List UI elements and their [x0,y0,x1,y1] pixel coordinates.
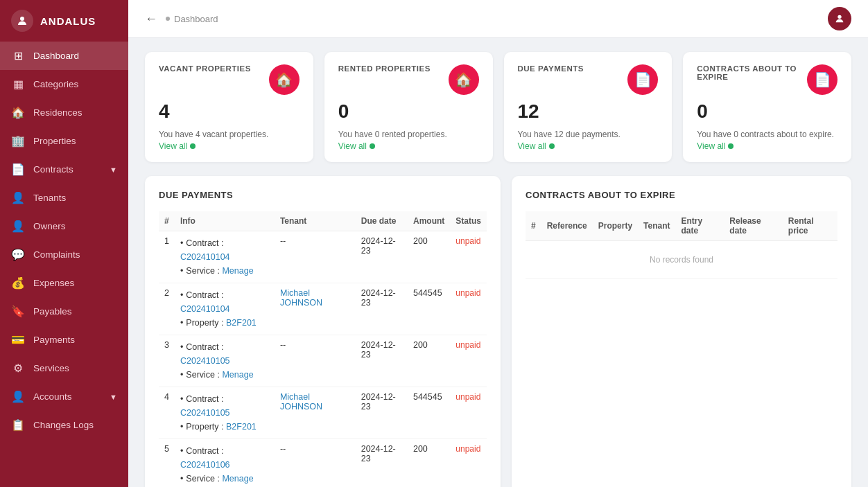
sidebar-item-properties[interactable]: 🏢 Properties [0,127,128,155]
no-data-message: No records found [526,241,837,279]
stat-card-title-due-payments: DUE PAYMENTS [518,64,584,73]
topbar: ← Dashboard [128,0,868,38]
sidebar-icon-dashboard: ⊞ [11,49,25,62]
sidebar-item-payments[interactable]: 💳 Payments [0,326,128,354]
type-link[interactable]: B2F201 [226,318,257,328]
table-row: 5 •Contract : C202410106 •Service : Mena… [159,439,487,488]
stat-card-header-contracts-expire: CONTRACTS ABOUT TO EXPIRE 📄 [697,64,837,95]
sidebar-icon-tenants: 👤 [11,191,25,204]
stat-card-icon-rented-properties: 🏠 [449,64,479,95]
row-due-date: 2024-12-23 [356,439,408,488]
svg-point-1 [837,15,841,19]
contract-link[interactable]: C202410104 [180,252,230,262]
contract-link[interactable]: C202410105 [180,408,230,418]
app-logo: ANDALUS [0,0,128,42]
type-link[interactable]: Menage [222,370,253,380]
contract-col-#: # [526,211,541,241]
breadcrumb: Dashboard [166,14,218,24]
row-info: •Contract : C202410104 •Property : B2F20… [175,283,275,335]
contracts-expire-table: #ReferencePropertyTenantEntry dateReleas… [526,211,837,279]
due-col-due-date: Due date [356,211,408,231]
view-all-link-rented-properties[interactable]: View all [338,141,367,151]
sidebar-item-categories[interactable]: ▦ Categories [0,70,128,98]
stat-card-footer-contracts-expire: You have 0 contracts about to expire. Vi… [697,130,837,151]
sidebar-item-services[interactable]: ⚙ Services [0,354,128,382]
row-amount: 544545 [408,283,450,335]
sidebar-label-accounts: Accounts [33,391,72,402]
sidebar-label-residences: Residences [33,107,83,118]
due-col-tenant: Tenant [275,211,356,231]
sidebar-icon-changes-logs: 📋 [11,418,25,432]
arrow-icon-contracts: ▼ [110,166,117,174]
sidebar-item-residences[interactable]: 🏠 Residences [0,98,128,127]
contracts-expire-title: CONTRACTS ABOUT TO EXPIRE [526,190,837,200]
stat-card-icon-due-payments: 📄 [627,64,658,95]
view-all-link-contracts-expire[interactable]: View all [697,141,725,151]
sidebar-label-services: Services [33,363,69,373]
contract-link[interactable]: C202410106 [180,460,230,470]
type-link[interactable]: B2F201 [226,422,257,432]
row-status: unpaid [450,439,487,488]
sidebar-item-expenses[interactable]: 💰 Expenses [0,269,128,297]
sidebar-item-complaints[interactable]: 💬 Complaints [0,240,128,269]
sidebar-item-accounts[interactable]: 👤 Accounts ▼ [0,382,128,411]
sidebar-icon-payables: 🔖 [11,305,25,318]
row-tenant: -- [275,335,356,387]
sidebar-item-dashboard[interactable]: ⊞ Dashboard [0,42,128,70]
sidebar-icon-services: ⚙ [11,362,25,375]
sidebar-item-tenants[interactable]: 👤 Tenants [0,184,128,212]
sidebar-icon-properties: 🏢 [11,134,25,148]
sidebar-label-tenants: Tenants [33,193,66,203]
stat-card-contracts-expire: CONTRACTS ABOUT TO EXPIRE 📄 0 You have 0… [683,52,851,162]
row-tenant: Michael JOHNSON [275,283,356,335]
sidebar-icon-residences: 🏠 [11,106,25,119]
sidebar-icon-contracts: 📄 [11,163,25,176]
sidebar-item-changes-logs[interactable]: 📋 Changes Logs [0,411,128,439]
row-num: 3 [159,335,175,387]
stat-card-footer-due-payments: You have 12 due payments. View all [518,130,659,151]
tenant-link[interactable]: Michael JOHNSON [280,288,322,308]
sidebar-item-owners[interactable]: 👤 Owners [0,212,128,240]
green-dot-due-payments [549,143,555,149]
sidebar-label-properties: Properties [33,136,76,146]
sidebar-item-contracts[interactable]: 📄 Contracts ▼ [0,155,128,184]
view-all-link-due-payments[interactable]: View all [518,141,546,151]
sidebar-icon-categories: ▦ [11,78,25,91]
due-payments-panel: DUE PAYMENTS #InfoTenantDue dateAmountSt… [145,176,501,487]
sidebar-icon-expenses: 💰 [11,276,25,290]
green-dot-vacant-properties [190,143,196,149]
due-payments-table: #InfoTenantDue dateAmountStatus 1 •Contr… [159,211,487,487]
due-col-status: Status [450,211,487,231]
row-amount: 200 [408,335,450,387]
row-due-date: 2024-12-23 [356,387,408,439]
breadcrumb-label: Dashboard [174,14,218,24]
main-content: ← Dashboard VACANT PROPERTIES 🏠 4 You ha… [128,0,868,487]
due-col-amount: Amount [408,211,450,231]
arrow-icon-accounts: ▼ [110,393,117,401]
table-row: 2 •Contract : C202410104 •Property : B2F… [159,283,487,335]
row-status: unpaid [450,387,487,439]
user-avatar[interactable] [828,7,851,30]
contracts-expire-panel: CONTRACTS ABOUT TO EXPIRE #ReferenceProp… [512,176,851,487]
stat-card-value-contracts-expire: 0 [697,100,837,123]
stat-card-value-rented-properties: 0 [338,100,479,123]
stat-card-title-contracts-expire: CONTRACTS ABOUT TO EXPIRE [697,64,801,81]
type-link[interactable]: Menage [222,474,253,484]
back-button[interactable]: ← [145,12,157,26]
row-due-date: 2024-12-23 [356,231,408,283]
breadcrumb-dot [166,17,170,21]
sidebar-label-payables: Payables [33,306,72,317]
contract-link[interactable]: C202410105 [180,356,230,366]
sidebar-label-contracts: Contracts [33,164,73,175]
type-link[interactable]: Menage [222,266,253,276]
contract-link[interactable]: C202410104 [180,304,230,314]
tenant-link[interactable]: Michael JOHNSON [280,392,322,411]
contract-col-property: Property [593,211,638,241]
row-info: •Contract : C202410106 •Service : Menage [175,439,275,488]
sidebar-item-payables[interactable]: 🔖 Payables [0,297,128,326]
view-all-link-vacant-properties[interactable]: View all [159,141,187,151]
row-amount: 544545 [408,387,450,439]
status-badge: unpaid [455,392,480,402]
status-badge: unpaid [455,288,480,298]
stat-card-vacant-properties: VACANT PROPERTIES 🏠 4 You have 4 vacant … [145,52,313,162]
